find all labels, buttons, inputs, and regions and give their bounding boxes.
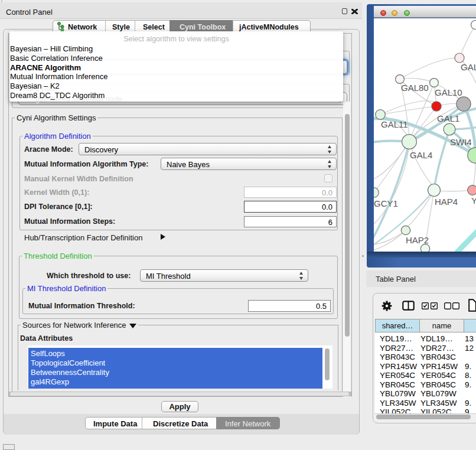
svg-text:GAL10: GAL10 (435, 87, 462, 97)
svg-text:SWI4: SWI4 (450, 137, 472, 147)
svg-text:GAL1: GAL1 (437, 113, 459, 123)
svg-text:Y: Y (471, 195, 476, 206)
svg-text:GAL11: GAL11 (381, 119, 408, 129)
svg-text:GAL80: GAL80 (401, 83, 429, 93)
svg-text:GAL: GAL (461, 62, 476, 72)
svg-text:GCY1: GCY1 (374, 198, 398, 208)
svg-text:HAP4: HAP4 (435, 197, 458, 207)
svg-text:HAP2: HAP2 (406, 235, 429, 245)
svg-text:GAL4: GAL4 (410, 150, 432, 160)
